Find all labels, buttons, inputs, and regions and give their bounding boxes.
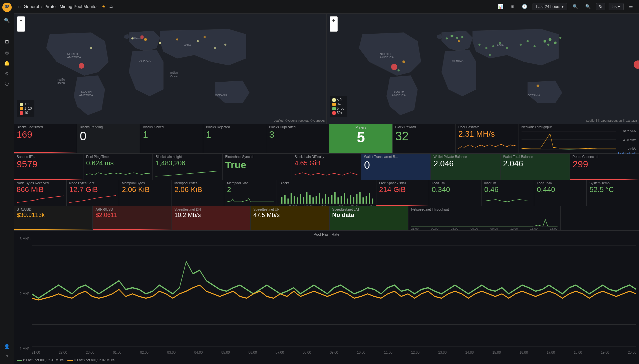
svg-point-1 xyxy=(79,63,84,69)
svg-point-46 xyxy=(478,44,480,46)
chart-type-button[interactable]: 📊 xyxy=(496,3,505,10)
svg-text:NORTH: NORTH xyxy=(379,52,390,56)
svg-rect-68 xyxy=(300,194,301,204)
speedtest-up-label: Speedtest.net UP xyxy=(253,208,326,211)
blockchain-height-sparkline xyxy=(155,167,219,177)
mempool-size-value: 2 xyxy=(227,186,274,194)
zoom-out-button[interactable]: 🔍 xyxy=(571,3,580,10)
svg-point-32 xyxy=(559,37,561,39)
svg-text:Ocean: Ocean xyxy=(57,82,65,85)
sidebar-alerts-icon[interactable]: 🔔 xyxy=(3,59,11,67)
blocks-rejected-value: 1 xyxy=(206,130,263,140)
netspeed-chart-area xyxy=(411,212,558,227)
svg-point-47 xyxy=(485,47,487,49)
load-1m-cell: Load 1m 0.340 xyxy=(429,180,482,206)
star-icon[interactable]: ★ xyxy=(102,4,105,9)
left-map: + − xyxy=(14,13,327,124)
svg-rect-82 xyxy=(344,193,345,204)
system-temp-value: 52.5 °C xyxy=(589,186,636,194)
network-throughput-cell: Network Throughput 97.7 Mb/s 48.8 Mb/s xyxy=(519,124,639,153)
hashrate-chart-legend: B Last (not null): 2.31 MH/s D Last (not… xyxy=(14,358,117,363)
svg-point-36 xyxy=(506,47,508,49)
svg-text:AMERICA: AMERICA xyxy=(67,56,81,59)
zoom-in-button[interactable]: 🔍 xyxy=(583,3,593,10)
sidebar-dashboard-icon[interactable]: ⊞ xyxy=(3,37,11,46)
hashrate-x-labels: 21:00 22:00 23:00 01:00 02:00 03:00 04:0… xyxy=(17,351,636,354)
sidebar: 🏴 🔍 ＋ ⊞ ◎ 🔔 ⚙ 🛡 👤 ？ xyxy=(0,0,14,364)
system-temp-cell: System Temp 52.5 °C xyxy=(587,180,639,206)
load-1m-value: 0.340 xyxy=(432,186,479,194)
refresh-rate-button[interactable]: 5s ▾ xyxy=(609,3,624,10)
svg-rect-69 xyxy=(303,197,304,204)
svg-point-33 xyxy=(533,45,535,47)
sidebar-add-icon[interactable]: ＋ xyxy=(3,27,11,35)
pool-hashrate-value: 2.31 MH/s xyxy=(458,130,516,138)
load-15m-value: 0.440 xyxy=(537,186,584,194)
hx-5: 02:00 xyxy=(140,351,148,354)
svg-point-35 xyxy=(520,44,522,46)
right-zoom-in-button[interactable]: + xyxy=(330,17,337,24)
svg-point-34 xyxy=(527,40,529,42)
node-bytes-sent-value: 12.7 GiB xyxy=(69,186,116,194)
svg-text:ASIA: ASIA xyxy=(184,44,192,47)
left-map-legend: < 1 1–10 10+ xyxy=(17,100,34,117)
legend-d: D Last (not null): 2.07 MH/s xyxy=(67,358,114,362)
share-icon[interactable]: ⇄ xyxy=(109,4,113,9)
svg-point-6 xyxy=(176,38,178,40)
speedtest-dn-label: Speedtest.net DN xyxy=(175,208,248,211)
svg-rect-75 xyxy=(322,199,323,204)
wallet-total-value: 2.046 xyxy=(503,159,567,168)
hx-17: 14:00 xyxy=(465,351,474,354)
svg-text:OCEANIA: OCEANIA xyxy=(215,94,228,97)
sidebar-search-icon[interactable]: 🔍 xyxy=(3,16,11,25)
svg-point-3 xyxy=(144,38,147,41)
refresh-button[interactable]: ↻ xyxy=(596,3,605,10)
svg-rect-81 xyxy=(341,196,342,204)
panel-menu-button[interactable]: ☰ xyxy=(627,3,635,10)
mempool-size-label: Mempool Size xyxy=(227,181,274,185)
breadcrumb-general[interactable]: General xyxy=(24,4,39,9)
throughput-svg xyxy=(522,130,616,151)
sidebar-user-avatar[interactable]: 👤 xyxy=(3,342,11,351)
svg-rect-71 xyxy=(309,195,311,204)
settings-button[interactable]: ⚙ xyxy=(509,3,517,10)
hx-23: 20:00 xyxy=(628,351,636,354)
svg-point-10 xyxy=(204,36,206,38)
hx-12: 09:00 xyxy=(330,351,338,354)
hx-19: 16:00 xyxy=(520,351,528,354)
svg-point-9 xyxy=(224,44,226,46)
svg-point-50 xyxy=(537,84,539,87)
sidebar-explore-icon[interactable]: ◎ xyxy=(3,48,11,57)
block-reward-label: Block Reward xyxy=(395,125,453,129)
hx-8: 05:00 xyxy=(222,351,230,354)
netspeed-x-2: 00:00 xyxy=(431,227,438,230)
speedtest-lat-cell: Speedtest.net LAT No data xyxy=(330,206,408,230)
sidebar-help-icon[interactable]: ？ xyxy=(3,353,11,361)
y-label-3mh: 3 MH/s xyxy=(17,237,30,241)
wallet-total-label: Wallet Total Balance xyxy=(503,155,567,159)
svg-text:AMERICA: AMERICA xyxy=(379,56,394,59)
right-map-legend: < 0 0–5 5–50 50+ xyxy=(330,96,347,117)
zoom-out-button[interactable]: − xyxy=(17,24,25,31)
y-label-1mh: 1 MH/s xyxy=(17,347,30,351)
zoom-in-button[interactable]: + xyxy=(17,17,25,24)
time-range-button[interactable]: Last 24 hours ▾ xyxy=(533,3,568,10)
right-zoom-out-button[interactable]: − xyxy=(330,24,337,31)
pool-hashrate-chart-title: Pool Hash Rate xyxy=(17,232,636,236)
netspeed-x-5: 09:00 xyxy=(491,227,498,230)
svg-rect-91 xyxy=(372,199,373,204)
left-map-credit: Leaflet | © OpenStreetMap © CartoDB xyxy=(274,119,325,122)
netspeed-label: Netspeed.net Throughput xyxy=(411,208,558,211)
legend-r-5-50: 5–50 xyxy=(337,107,344,110)
svg-text:NORTH: NORTH xyxy=(67,52,78,56)
hx-15: 12:00 xyxy=(411,351,419,354)
sidebar-settings-icon[interactable]: ⚙ xyxy=(3,69,11,78)
svg-point-44 xyxy=(402,60,405,63)
free-space-value: 214 GiB xyxy=(379,186,426,194)
pool-ping-value: 0.624 ms xyxy=(86,159,150,167)
throughput-right-labels: 97.7 Mb/s 48.8 Mb/s 0 Kb/s xyxy=(623,130,636,150)
pool-hashrate-cell: Pool Hashrate 2.31 MH/s xyxy=(456,124,519,153)
sidebar-shield-icon[interactable]: 🛡 xyxy=(3,80,11,89)
svg-rect-67 xyxy=(297,197,298,204)
netspeed-x-6: 12:00 xyxy=(510,227,518,230)
